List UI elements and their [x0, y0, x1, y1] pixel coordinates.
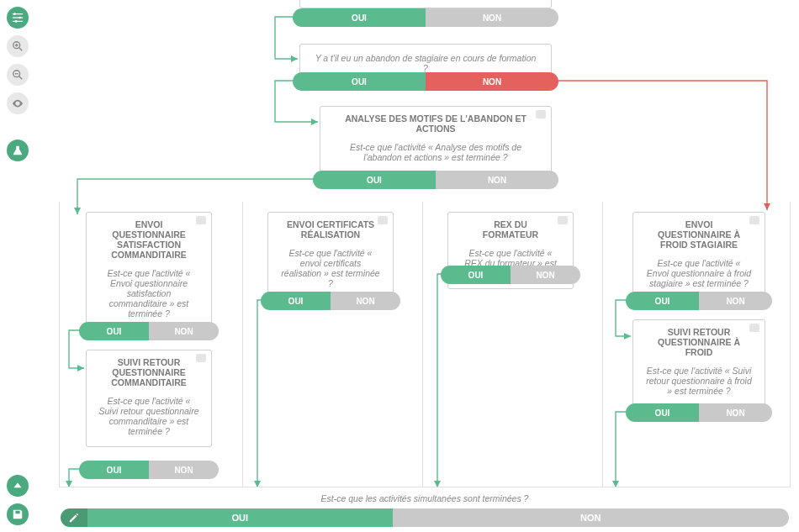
svg-rect-1	[13, 13, 23, 14]
eye-icon[interactable]	[7, 92, 29, 114]
scroll-up-icon[interactable]	[7, 475, 29, 497]
suiviComm-title: SUIVI RETOUR QUESTIONNAIRE COMMANDITAIRE	[87, 350, 211, 391]
envoiCert-non-button[interactable]: NON	[331, 292, 400, 310]
divider	[242, 202, 243, 487]
svg-rect-5	[13, 21, 23, 22]
analyse-non-button[interactable]: NON	[436, 171, 558, 189]
zoom-in-icon[interactable]	[7, 35, 29, 57]
rex-title: REX DU FORMATEUR	[448, 213, 573, 243]
zoom-out-icon[interactable]	[7, 64, 29, 86]
bottom-pen-icon[interactable]	[61, 508, 87, 527]
analyse-title: ANALYSE DES MOTIFS DE L'ABANDON ET ACTIO…	[320, 107, 551, 137]
envoiSat-question: Est-ce que l'activité « Envoi questionna…	[87, 263, 211, 329]
suiviFroid-question: Est-ce que l'activité « Suivi retour que…	[633, 361, 765, 406]
envoiCert-title: ENVOI CERTIFICATS RÉALISATION	[268, 213, 393, 243]
top2-oui-button[interactable]: OUI	[293, 72, 426, 91]
envoiSat-oui-button[interactable]: OUI	[79, 322, 149, 340]
svg-point-8	[17, 103, 19, 105]
divider	[602, 202, 603, 487]
node-menu-icon[interactable]	[196, 354, 206, 362]
node-top1-question: Est-ce que l'activité « Jour 1 la format…	[300, 0, 551, 8]
envoiFroid-title: ENVOI QUESTIONNAIRE À FROID STAGIAIRE	[633, 213, 765, 253]
flask-icon[interactable]	[7, 140, 29, 161]
divider	[422, 202, 423, 487]
envoiSat-non-button[interactable]: NON	[149, 322, 219, 340]
envoiSat-title: ENVOI QUESTIONNAIRE SATISFACTION COMMAND…	[87, 213, 211, 263]
analyse-oui-button[interactable]: OUI	[313, 171, 436, 189]
settings-icon[interactable]	[7, 7, 29, 29]
suiviComm-oui-button[interactable]: OUI	[79, 461, 149, 479]
top2-non-button[interactable]: NON	[426, 72, 558, 91]
node-menu-icon[interactable]	[749, 216, 759, 224]
envoiCert-question: Est-ce que l'activité « envoi certificat…	[268, 243, 393, 298]
node-menu-icon[interactable]	[749, 324, 759, 332]
bottom-non-button[interactable]: NON	[393, 508, 789, 527]
suiviComm-question: Est-ce que l'activité « Suivi retour que…	[87, 391, 211, 446]
top1-non-button[interactable]: NON	[426, 8, 558, 27]
rex-non-button[interactable]: NON	[511, 266, 580, 284]
top1-oui-button[interactable]: OUI	[293, 8, 426, 27]
envoiFroid-non-button[interactable]: NON	[699, 292, 772, 310]
node-menu-icon[interactable]	[558, 216, 568, 224]
suiviFroid-oui-button[interactable]: OUI	[626, 403, 699, 422]
analyse-question: Est-ce que l'activité « Analyse des moti…	[320, 137, 551, 172]
envoiCert-oui-button[interactable]: OUI	[261, 292, 331, 310]
node-menu-icon[interactable]	[196, 216, 206, 224]
suiviFroid-non-button[interactable]: NON	[699, 403, 772, 422]
suiviFroid-title: SUIVI RETOUR QUESTIONNAIRE À FROID	[633, 320, 765, 361]
save-icon[interactable]	[7, 503, 29, 525]
svg-rect-3	[13, 17, 23, 18]
node-menu-icon[interactable]	[378, 216, 388, 224]
bottom-oui-button[interactable]: OUI	[87, 508, 393, 527]
node-menu-icon[interactable]	[536, 110, 546, 119]
suiviComm-non-button[interactable]: NON	[149, 461, 219, 479]
rex-oui-button[interactable]: OUI	[441, 266, 511, 284]
bottom-question: Est-ce que les activités simultanées son…	[61, 488, 789, 508]
envoiFroid-oui-button[interactable]: OUI	[626, 292, 699, 310]
